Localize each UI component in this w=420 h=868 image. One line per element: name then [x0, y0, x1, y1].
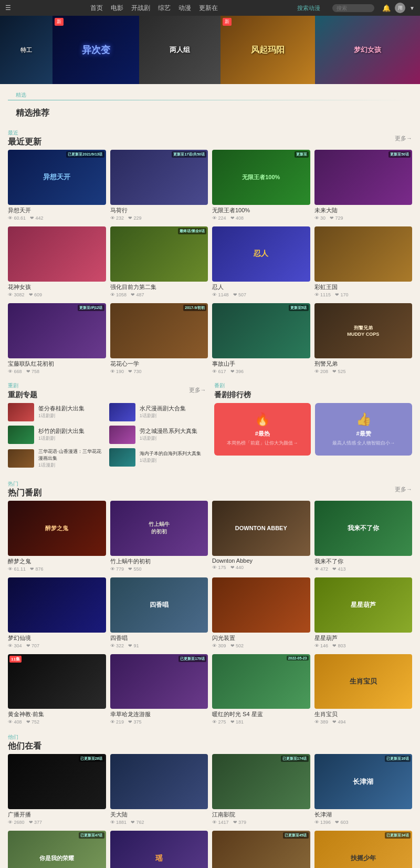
card-meta: 👁 219❤ 375	[110, 719, 208, 725]
card-info: 竹上蜗牛的初初 👁 779❤ 550	[110, 556, 208, 573]
card-title: 长津湖	[314, 811, 413, 819]
nav-movie[interactable]: 电影	[111, 4, 123, 13]
banner-item-3[interactable]: 两人组	[139, 16, 220, 84]
list-item[interactable]: 11集 黄金神教·前集 👁 408❤ 752	[8, 654, 106, 727]
drama-more[interactable]: 更多→	[189, 386, 206, 394]
list-item[interactable]: 更新至5话 事故山手 👁 617❤ 396	[212, 303, 310, 376]
hot-row-3: 11集 黄金神教·前集 👁 408❤ 752 已更新至179话 幸草哈龙连游服 …	[8, 654, 412, 727]
list-item[interactable]: 劳之城漫邑系列大真集 1话剧剧	[109, 426, 206, 444]
special-title: 水尺漫画剧大合集	[140, 405, 206, 412]
list-item[interactable]: 已更新至45话 他乡我情 👁 1194❤ 391	[212, 831, 310, 868]
nav-anime[interactable]: 动漫	[178, 4, 191, 13]
card-badge: 11集	[9, 656, 22, 663]
banner-item-5[interactable]: 梦幻女孩	[315, 16, 420, 84]
card-info: 未来大陆 👁 30❤ 729	[314, 205, 413, 222]
special-title: 杉竹的剧剧大出集	[38, 427, 105, 435]
list-item[interactable]: 更新至17话/共50话 马荷行 👁 232❤ 229	[110, 150, 208, 222]
card-title: 关大陆	[110, 811, 208, 819]
card-title: 醉梦之鬼	[8, 557, 106, 565]
nav-home[interactable]: 首页	[90, 4, 103, 13]
card-info: 强化目前力第二集 👁 1058❤ 487	[110, 282, 208, 299]
list-item[interactable]: 我来不了你 我来不了你 👁 472❤ 413	[314, 501, 413, 573]
card-info: 关大陆 👁 1881❤ 762	[110, 809, 208, 826]
card-meta: 👁 408❤ 752	[8, 719, 106, 725]
list-item[interactable]: 水尺漫画剧大合集 1话剧剧	[109, 403, 206, 421]
ranking-section: 番剧 番剧排行榜 🔥 #最热 本周热榜「前庭」让你大为颜值→ 👍 #最赞 最高人…	[214, 381, 413, 473]
hot-drama-content: 醉梦之鬼 醉梦之鬼 👁 61.11❤ 876 竹上蜗牛的初初 竹上蜗牛的初初 👁…	[0, 501, 420, 727]
list-item[interactable]: 四香唱 四香唱 👁 322❤ 91	[110, 577, 208, 650]
card-meta: 👁 389❤ 494	[314, 719, 413, 725]
list-item[interactable]: 闪光装置 👁 309❤ 502	[212, 577, 310, 650]
banner-item-4[interactable]: 风起玛阳 新	[220, 16, 315, 84]
special-info-4: 水尺漫画剧大合集 1话剧剧	[140, 405, 206, 419]
card-info: 广播开播 👁 2680❤ 377	[8, 809, 106, 826]
list-item[interactable]: 三华花语·山香漫遇：三华花花漫画出集 1话漫剧	[8, 448, 105, 469]
list-item[interactable]: 已更新至174话 江南影院 👁 1417❤ 379	[212, 754, 310, 826]
banner-item-1[interactable]: 特工	[0, 16, 52, 84]
ranking-cool-card[interactable]: 👍 #最赞 最高人情感 全人物智能自小→	[315, 403, 412, 456]
notification-icon[interactable]: 🔔	[382, 4, 391, 12]
list-item[interactable]: 梦幻仙境 👁 304❤ 707	[8, 577, 106, 650]
card-info: 江南影院 👁 1417❤ 379	[212, 809, 310, 826]
card-info: 彩虹王国 👁 1115❤ 170	[314, 282, 413, 299]
card-badge: 已更新至179话	[178, 656, 206, 662]
hot-row-1: 醉梦之鬼 醉梦之鬼 👁 61.11❤ 876 竹上蜗牛的初初 竹上蜗牛的初初 👁…	[8, 501, 412, 573]
recent-label: 最近	[8, 129, 41, 137]
list-item[interactable]: 海内子本的自海列系列大真集 1话剧剧	[109, 448, 206, 467]
card-meta: 👁 208❤ 525	[314, 369, 413, 374]
dropdown-icon[interactable]: ▼	[410, 5, 415, 11]
list-item[interactable]: 已更新至34话 扶摇少年 扶摇少年 👁 1130❤ 209	[314, 831, 413, 868]
list-item[interactable]: 关大陆 👁 1881❤ 762	[110, 754, 208, 826]
list-item[interactable]: 已更新至28话 广播开播 👁 2680❤ 377	[8, 754, 106, 826]
list-item[interactable]: 花神女孩 👁 3082❤ 609	[8, 226, 106, 299]
list-item[interactable]: 星星葫芦 星星葫芦 👁 146❤ 803	[314, 577, 413, 650]
list-item[interactable]: 更新至50话 未来大陆 👁 30❤ 729	[314, 150, 413, 222]
list-item[interactable]: 已更新至47话 你是我的荣耀 你是我的荣耀 👁 1198❤ 141	[8, 831, 106, 868]
card-meta: 👁 1115❤ 170	[314, 292, 413, 297]
card-meta: 👁 275❤ 181	[212, 719, 310, 725]
list-item[interactable]: 无限王者100% 更新至 无限王者100% 👁 224❤ 408	[212, 150, 310, 222]
card-title: 我来不了你	[314, 557, 413, 565]
recent-row-3: 更新至/约12话 宝藤联队红花初初 👁 668❤ 758 2017-9/初初 花…	[8, 303, 412, 376]
menu-icon[interactable]: ☰	[5, 4, 11, 12]
card-info: 马荷行 👁 232❤ 229	[110, 205, 208, 222]
list-item[interactable]: 醉梦之鬼 醉梦之鬼 👁 61.11❤ 876	[8, 501, 106, 573]
list-item[interactable]: 瑶 烈火 萧燃 👁 1196❤ 697	[110, 831, 208, 868]
hot-drama-more[interactable]: 更多→	[395, 485, 412, 493]
list-item[interactable]: 刑警兄弟MUDDY COPS 刑警兄弟 👁 208❤ 525	[314, 303, 413, 376]
list-item[interactable]: 生肖宝贝 生肖宝贝 👁 389❤ 494	[314, 654, 413, 727]
recent-more[interactable]: 更多→	[395, 135, 412, 142]
nav-updates[interactable]: 更新在	[199, 4, 218, 13]
card-badge: 已更新至47话	[79, 832, 104, 839]
list-item[interactable]: 竹上蜗牛的初初 竹上蜗牛的初初 👁 779❤ 550	[110, 501, 208, 573]
list-item[interactable]: DOWNTON ABBEY Downton Abbey 👁 175❤ 440	[212, 501, 310, 573]
watching-row-1: 已更新至28话 广播开播 👁 2680❤ 377 关大陆 👁 1881❤ 762	[8, 754, 412, 826]
list-item[interactable]: 忍人 忍人 👁 1148❤ 507	[212, 226, 310, 299]
list-item[interactable]: 更新至/约12话 宝藤联队红花初初 👁 668❤ 758	[8, 303, 106, 376]
special-info-6: 海内子本的自海列系列大真集 1话剧剧	[140, 450, 206, 464]
nav-drama[interactable]: 开战剧	[131, 4, 150, 13]
banner-item-2[interactable]: 异次变 新	[52, 16, 139, 84]
special-thumb-2	[8, 426, 34, 444]
nav-variety[interactable]: 综艺	[158, 4, 171, 13]
search-input[interactable]	[332, 4, 374, 12]
card-meta: 👁 175❤ 440	[212, 565, 310, 570]
recent-updates-section: 最近 最近更新 更多→ 异想天开 已更新至2021/9/13话 异想天开 👁 6…	[0, 127, 420, 376]
ranking-cool-label: #最赞	[356, 430, 371, 438]
ranking-hot-card[interactable]: 🔥 #最热 本周热榜「前庭」让你大为颜值→	[214, 403, 311, 456]
list-item[interactable]: 彩虹王国 👁 1115❤ 170	[314, 226, 413, 299]
list-item[interactable]: 签分春桂剧大出集 1话剧剧	[8, 403, 105, 421]
list-item[interactable]: 杉竹的剧剧大出集 1话剧剧	[8, 426, 105, 444]
list-item[interactable]: 最终话/第全8话 强化目前力第二集 👁 1058❤ 487	[110, 226, 208, 299]
card-info: 暖红的时光 S4 星蓝 👁 275❤ 181	[212, 709, 310, 726]
card-title: 花神女孩	[8, 283, 106, 291]
list-item[interactable]: 已更新至179话 幸草哈龙连游服 👁 219❤ 375	[110, 654, 208, 727]
list-item[interactable]: 2017-9/初初 花花心一学 👁 190❤ 730	[110, 303, 208, 376]
list-item[interactable]: 2022-05-23 暖红的时光 S4 星蓝 👁 275❤ 181	[212, 654, 310, 727]
list-item[interactable]: 异想天开 已更新至2021/9/13话 异想天开 👁 60.61❤ 442	[8, 150, 106, 222]
card-title: 异想天开	[8, 206, 106, 214]
card-title: 四香唱	[110, 634, 208, 642]
list-item[interactable]: 已更新至16话 长津湖 长津湖 👁 1396❤ 603	[314, 754, 413, 826]
ranking-title: 番剧排行榜	[214, 390, 251, 400]
avatar[interactable]: 用	[395, 3, 405, 13]
